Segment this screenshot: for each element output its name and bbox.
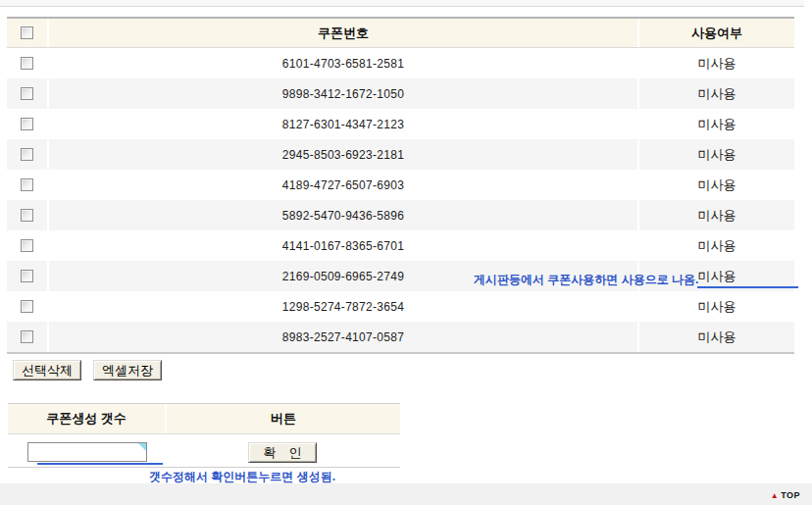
coupon-number: 8983-2527-4107-0587 — [49, 322, 637, 352]
usage-annotation: 게시판등에서 쿠폰사용하면 사용으로 나옴. — [474, 272, 698, 288]
select-all-checkbox[interactable] — [21, 26, 33, 39]
usage-status: 미사용 — [639, 48, 794, 78]
coupon-number: 9898-3412-1672-1050 — [49, 78, 637, 109]
page: 쿠폰번호 사용여부 6101-4703-6581-2581 미사용 989 — [0, 0, 812, 505]
create-count-header: 쿠폰생성 갯수 — [8, 404, 165, 433]
top-divider — [0, 0, 804, 7]
excel-save-button[interactable]: 엑셀저장 — [93, 360, 162, 380]
usage-status: 미사용 — [639, 109, 794, 139]
table-row: 6101-4703-6581-2581 미사용 — [7, 48, 794, 78]
row-checkbox[interactable] — [21, 178, 33, 191]
row-checkbox-cell — [7, 109, 47, 139]
input-corner-marker — [138, 443, 146, 451]
usage-status: 미사용 — [639, 291, 794, 322]
row-checkbox-cell — [7, 291, 47, 322]
usage-status: 미사용 — [639, 170, 794, 200]
row-checkbox-cell — [7, 230, 47, 261]
row-checkbox-cell — [7, 200, 47, 230]
coupon-number-header: 쿠폰번호 — [49, 19, 637, 47]
coupon-number: 1298-5274-7872-3654 — [49, 291, 637, 322]
footer-bar: ▲TOP — [0, 483, 812, 505]
usage-status: 미사용 — [639, 230, 794, 261]
create-button-header: 버튼 — [167, 404, 400, 433]
usage-status: 미사용 — [639, 139, 794, 170]
table-row: 8127-6301-4347-2123 미사용 — [7, 109, 794, 139]
usage-status: 미사용 — [639, 200, 794, 230]
top-link-label: TOP — [781, 490, 800, 500]
coupon-table-header: 쿠폰번호 사용여부 — [7, 19, 794, 48]
coupon-number: 4141-0167-8365-6701 — [49, 230, 637, 261]
table-row: 9898-3412-1672-1050 미사용 — [7, 78, 794, 109]
coupon-number: 4189-4727-6507-6903 — [49, 170, 637, 200]
input-annotation-underline — [37, 463, 163, 465]
delete-selected-button[interactable]: 선택삭제 — [13, 360, 81, 380]
scroll-to-top-link[interactable]: ▲TOP — [771, 490, 800, 500]
coupon-number: 2945-8503-6923-2181 — [49, 139, 637, 170]
coupon-table-body: 6101-4703-6581-2581 미사용 9898-3412-1672-1… — [7, 48, 794, 352]
table-row: 2945-8503-6923-2181 미사용 — [7, 139, 794, 170]
usage-status: 미사용 — [639, 322, 794, 352]
coupon-number: 6101-4703-6581-2581 — [49, 48, 637, 78]
coupon-count-input[interactable] — [27, 442, 147, 462]
table-row: 5892-5470-9436-5896 미사용 — [7, 200, 794, 230]
row-checkbox[interactable] — [21, 87, 33, 100]
row-checkbox[interactable] — [21, 118, 33, 130]
confirm-button[interactable]: 확 인 — [248, 442, 317, 463]
row-checkbox-cell — [7, 48, 47, 78]
row-checkbox[interactable] — [21, 270, 33, 282]
row-checkbox-cell — [7, 322, 47, 352]
usage-status: 미사용 — [639, 78, 794, 109]
table-row: 4189-4727-6507-6903 미사용 — [7, 170, 794, 200]
row-checkbox[interactable] — [21, 57, 33, 70]
coupon-create-table: 쿠폰생성 갯수 버튼 확 인 — [8, 403, 400, 468]
table-row: 1298-5274-7872-3654 미사용 — [7, 291, 794, 322]
table-row: 8983-2527-4107-0587 미사용 — [7, 322, 794, 352]
coupon-create-header: 쿠폰생성 갯수 버튼 — [8, 404, 400, 434]
usage-annotation-underline — [697, 286, 798, 288]
row-checkbox[interactable] — [21, 209, 33, 222]
table-row: 4141-0167-8365-6701 미사용 — [7, 230, 794, 261]
usage-status-header: 사용여부 — [639, 19, 794, 47]
row-checkbox-cell — [7, 78, 47, 109]
coupon-table: 쿠폰번호 사용여부 6101-4703-6581-2581 미사용 989 — [7, 17, 794, 354]
row-checkbox[interactable] — [21, 300, 33, 313]
row-checkbox-cell — [7, 139, 47, 170]
row-checkbox[interactable] — [21, 148, 33, 161]
coupon-number: 8127-6301-4347-2123 — [49, 109, 637, 139]
coupon-number: 5892-5470-9436-5896 — [49, 200, 637, 230]
header-checkbox-cell — [7, 19, 47, 47]
row-checkbox[interactable] — [21, 330, 33, 343]
row-checkbox-cell — [7, 170, 47, 200]
row-checkbox-cell — [7, 261, 47, 291]
row-checkbox[interactable] — [21, 239, 33, 252]
up-triangle-icon: ▲ — [771, 491, 779, 500]
